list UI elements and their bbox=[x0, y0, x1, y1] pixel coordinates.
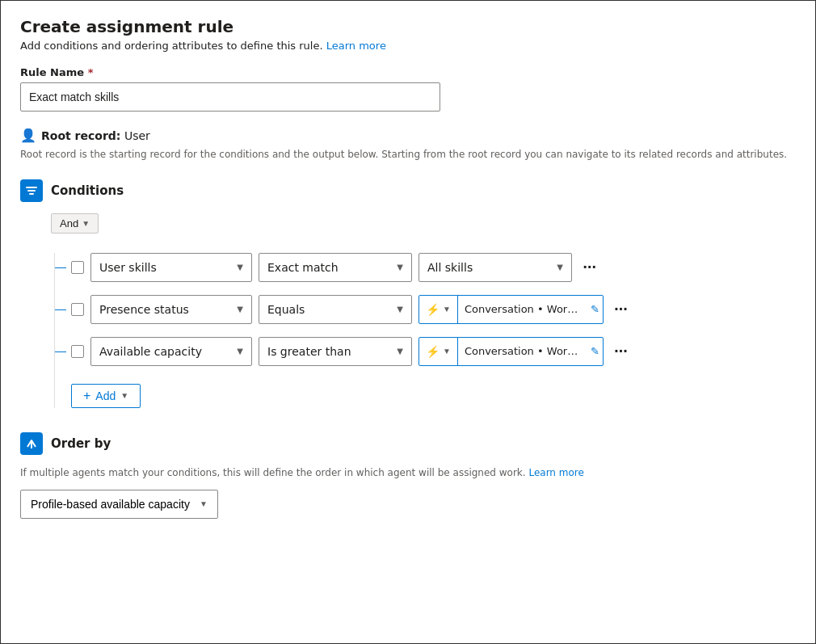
condition-checkbox-3[interactable] bbox=[71, 345, 84, 358]
attribute-dropdown-2[interactable]: Presence status ▼ bbox=[90, 295, 252, 324]
lightning-button-3[interactable]: ⚡ ▼ bbox=[419, 338, 458, 365]
chevron-down-icon: ▼ bbox=[120, 391, 128, 400]
table-row: Presence status ▼ Equals ▼ ⚡ ▼ Conversat… bbox=[71, 295, 796, 324]
order-by-description: If multiple agents match your conditions… bbox=[20, 466, 796, 480]
conditions-inner: And ▼ User skills ▼ Exact match ▼ All sk… bbox=[51, 213, 796, 408]
chevron-down-icon: ▼ bbox=[237, 263, 243, 271]
attribute-dropdown-3[interactable]: Available capacity ▼ bbox=[90, 337, 252, 366]
chevron-down-icon: ▼ bbox=[82, 219, 90, 228]
order-by-icon-box bbox=[20, 432, 43, 455]
conditions-title: Conditions bbox=[51, 183, 124, 198]
chevron-down-icon: ▼ bbox=[397, 305, 403, 314]
edit-icon-2[interactable]: ✎ bbox=[587, 303, 603, 315]
conditions-section: Conditions And ▼ User skills ▼ Exact mat… bbox=[20, 179, 796, 408]
plus-icon: + bbox=[83, 389, 90, 402]
value-box-1[interactable]: All skills ▼ bbox=[419, 253, 572, 282]
conditions-header: Conditions bbox=[20, 179, 796, 202]
page-subtitle: Add conditions and ordering attributes t… bbox=[20, 40, 796, 52]
value-box-3: ⚡ ▼ Conversation • Work Stream • Ca... ✎ bbox=[419, 337, 604, 366]
user-icon: 👤 bbox=[20, 128, 36, 143]
table-row: Available capacity ▼ Is greater than ▼ ⚡… bbox=[71, 337, 796, 366]
svg-rect-0 bbox=[26, 187, 37, 188]
chevron-down-icon: ▼ bbox=[237, 347, 243, 356]
rule-name-label: Rule Name * bbox=[20, 66, 796, 78]
root-record-header: 👤 Root record: User bbox=[20, 128, 796, 143]
order-by-dropdown[interactable]: Profile-based available capacity ▼ bbox=[20, 490, 218, 519]
and-button[interactable]: And ▼ bbox=[51, 213, 99, 234]
order-by-title: Order by bbox=[51, 436, 111, 451]
rule-name-input[interactable] bbox=[20, 82, 440, 112]
sort-icon bbox=[25, 437, 38, 450]
lightning-icon: ⚡ bbox=[426, 303, 440, 316]
conditions-icon-box bbox=[20, 179, 43, 202]
chevron-down-icon: ▼ bbox=[200, 499, 208, 508]
chevron-down-icon: ▼ bbox=[443, 347, 451, 356]
more-options-button-2[interactable]: ⋯ bbox=[610, 298, 633, 321]
more-options-button-3[interactable]: ⋯ bbox=[610, 340, 633, 363]
order-by-header: Order by bbox=[20, 432, 796, 455]
table-row: User skills ▼ Exact match ▼ All skills ▼… bbox=[71, 253, 796, 282]
condition-checkbox-2[interactable] bbox=[71, 303, 84, 316]
chevron-down-icon: ▼ bbox=[443, 305, 451, 314]
more-options-button-1[interactable]: ⋯ bbox=[578, 256, 601, 279]
operator-dropdown-1[interactable]: Exact match ▼ bbox=[259, 253, 412, 282]
value-box-2: ⚡ ▼ Conversation • Work Stream • All... … bbox=[419, 295, 604, 324]
required-indicator: * bbox=[88, 66, 94, 78]
filter-icon bbox=[25, 184, 38, 197]
conditions-tree: User skills ▼ Exact match ▼ All skills ▼… bbox=[54, 253, 796, 408]
operator-dropdown-3[interactable]: Is greater than ▼ bbox=[259, 337, 412, 366]
condition-checkbox-1[interactable] bbox=[71, 261, 84, 274]
chevron-down-icon: ▼ bbox=[397, 347, 403, 356]
svg-rect-2 bbox=[29, 193, 34, 195]
chevron-down-icon: ▼ bbox=[557, 263, 563, 271]
attribute-dropdown-1[interactable]: User skills ▼ bbox=[90, 253, 252, 282]
operator-dropdown-2[interactable]: Equals ▼ bbox=[259, 295, 412, 324]
lightning-button-2[interactable]: ⚡ ▼ bbox=[419, 296, 458, 323]
edit-icon-3[interactable]: ✎ bbox=[587, 345, 603, 357]
chevron-down-icon: ▼ bbox=[237, 305, 243, 314]
order-by-learn-more-link[interactable]: Learn more bbox=[528, 467, 583, 478]
add-condition-button[interactable]: + Add ▼ bbox=[71, 384, 141, 408]
chevron-down-icon: ▼ bbox=[397, 263, 403, 271]
lightning-icon: ⚡ bbox=[426, 345, 440, 358]
page-title: Create assignment rule bbox=[20, 17, 796, 36]
svg-rect-1 bbox=[27, 190, 36, 192]
order-by-section: Order by If multiple agents match your c… bbox=[20, 432, 796, 519]
root-record-description: Root record is the starting record for t… bbox=[20, 148, 796, 162]
learn-more-link[interactable]: Learn more bbox=[326, 40, 386, 52]
